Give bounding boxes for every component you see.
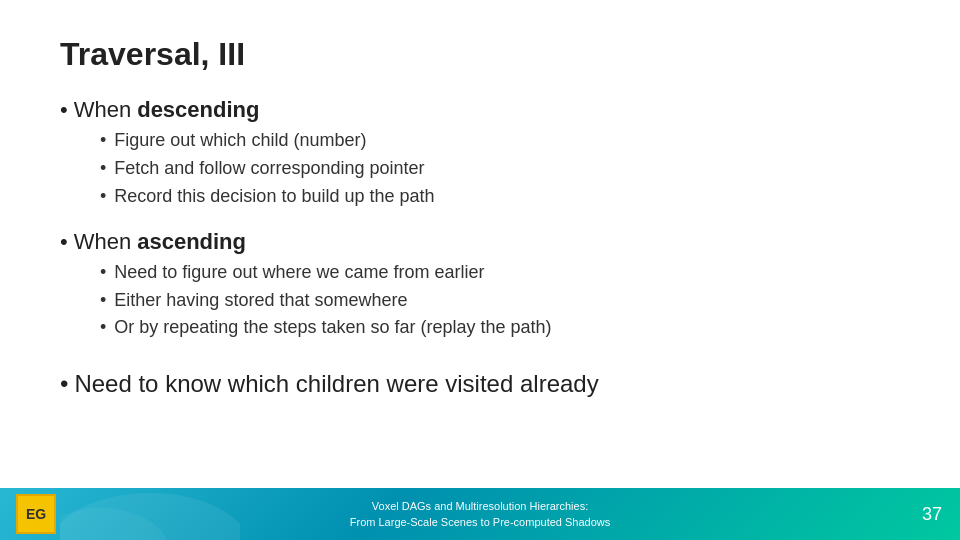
list-item: Need to figure out where we came from ea… [100, 259, 900, 287]
descending-bold: descending [137, 97, 259, 123]
footer: EG Voxel DAGs and Multiresolution Hierar… [0, 488, 960, 540]
list-item: Fetch and follow corresponding pointer [100, 155, 900, 183]
footer-text: Voxel DAGs and Multiresolution Hierarchi… [350, 498, 610, 531]
footer-page-number: 37 [922, 504, 942, 525]
ascending-bold: ascending [137, 229, 246, 255]
list-item: Figure out which child (number) [100, 127, 900, 155]
footer-wave-decoration [60, 488, 240, 540]
section-descending-header: When descending [60, 97, 900, 123]
section-descending: When descending Figure out which child (… [60, 97, 900, 211]
ascending-subbullets: Need to figure out where we came from ea… [100, 259, 900, 343]
list-item: Either having stored that somewhere [100, 287, 900, 315]
section-ascending-header: When ascending [60, 229, 900, 255]
list-item: Record this decision to build up the pat… [100, 183, 900, 211]
bottom-bullet: Need to know which children were visited… [60, 370, 900, 398]
ascending-prefix: When [74, 229, 131, 255]
slide: Traversal, III When descending Figure ou… [0, 0, 960, 540]
descending-subbullets: Figure out which child (number) Fetch an… [100, 127, 900, 211]
footer-logo: EG [16, 494, 56, 534]
descending-prefix: When [74, 97, 131, 123]
list-item: Or by repeating the steps taken so far (… [100, 314, 900, 342]
section-ascending: When ascending Need to figure out where … [60, 229, 900, 343]
slide-title: Traversal, III [60, 36, 900, 73]
